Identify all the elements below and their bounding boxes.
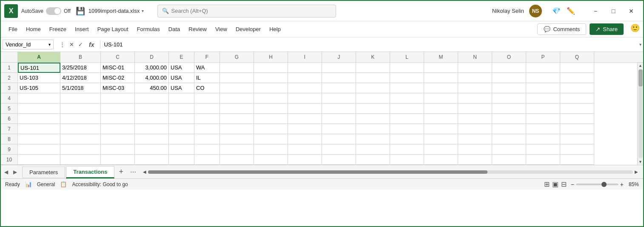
cell-j5[interactable] xyxy=(322,103,356,114)
cell-k4[interactable] xyxy=(356,93,390,103)
scroll-thumb[interactable] xyxy=(638,69,643,86)
formula-bar-dropdown-icon[interactable]: ▾ xyxy=(639,42,641,47)
cell-n10[interactable] xyxy=(458,155,492,165)
cell-j7[interactable] xyxy=(322,124,356,134)
cell-a2[interactable]: US-103 xyxy=(18,73,60,83)
cell-l5[interactable] xyxy=(390,103,424,114)
col-header-e[interactable]: E xyxy=(169,52,194,62)
menu-home[interactable]: Home xyxy=(22,23,45,35)
cell-i5[interactable] xyxy=(288,103,322,114)
col-header-l[interactable]: L xyxy=(390,52,424,62)
tab-more-button[interactable]: ⋯ xyxy=(130,169,136,175)
cell-d5[interactable] xyxy=(135,103,169,114)
cell-q8[interactable] xyxy=(560,134,594,144)
cell-o6[interactable] xyxy=(492,114,526,124)
row-num-7[interactable]: 7 xyxy=(1,124,17,134)
col-header-p[interactable]: P xyxy=(526,52,560,62)
col-header-a[interactable]: A xyxy=(18,52,60,62)
cell-i10[interactable] xyxy=(288,155,322,165)
col-header-c[interactable]: C xyxy=(101,52,135,62)
cell-d6[interactable] xyxy=(135,114,169,124)
cell-d4[interactable] xyxy=(135,93,169,103)
cell-a1[interactable]: US-101 xyxy=(18,63,60,73)
cell-f1[interactable]: WA xyxy=(194,63,220,73)
cell-i8[interactable] xyxy=(288,134,322,144)
cell-g1[interactable] xyxy=(220,63,254,73)
cell-e1[interactable]: USA xyxy=(169,63,194,73)
cell-d1[interactable]: 3,000.00 xyxy=(135,63,169,73)
cell-b7[interactable] xyxy=(60,124,101,134)
cell-l8[interactable] xyxy=(390,134,424,144)
cell-a8[interactable] xyxy=(18,134,60,144)
col-header-j[interactable]: J xyxy=(322,52,356,62)
tab-nav-left[interactable]: ◀ xyxy=(3,168,10,176)
h-scroll-track[interactable] xyxy=(148,170,633,174)
cell-b6[interactable] xyxy=(60,114,101,124)
cell-a5[interactable] xyxy=(18,103,60,114)
cell-p5[interactable] xyxy=(526,103,560,114)
cell-g5[interactable] xyxy=(220,103,254,114)
cell-p9[interactable] xyxy=(526,144,560,155)
cell-n8[interactable] xyxy=(458,134,492,144)
cell-h9[interactable] xyxy=(254,144,288,155)
cell-d10[interactable] xyxy=(135,155,169,165)
col-header-i[interactable]: I xyxy=(288,52,322,62)
search-bar[interactable]: 🔍 xyxy=(157,5,336,17)
cell-j2[interactable] xyxy=(322,73,356,83)
cell-m8[interactable] xyxy=(424,134,458,144)
cell-n6[interactable] xyxy=(458,114,492,124)
cell-p10[interactable] xyxy=(526,155,560,165)
cell-a3[interactable]: US-105 xyxy=(18,83,60,93)
cell-l3[interactable] xyxy=(390,83,424,93)
cell-g4[interactable] xyxy=(220,93,254,103)
cell-b5[interactable] xyxy=(60,103,101,114)
cell-i4[interactable] xyxy=(288,93,322,103)
cell-a4[interactable] xyxy=(18,93,60,103)
cell-p2[interactable] xyxy=(526,73,560,83)
cell-l6[interactable] xyxy=(390,114,424,124)
cell-b8[interactable] xyxy=(60,134,101,144)
cell-p7[interactable] xyxy=(526,124,560,134)
zoom-slider[interactable] xyxy=(576,184,618,185)
cell-l10[interactable] xyxy=(390,155,424,165)
menu-view[interactable]: View xyxy=(211,23,231,35)
cell-n3[interactable] xyxy=(458,83,492,93)
col-header-n[interactable]: N xyxy=(458,52,492,62)
cell-f3[interactable]: CO xyxy=(194,83,220,93)
cell-k9[interactable] xyxy=(356,144,390,155)
cell-n9[interactable] xyxy=(458,144,492,155)
cell-l1[interactable] xyxy=(390,63,424,73)
search-input[interactable] xyxy=(171,8,331,14)
row-num-8[interactable]: 8 xyxy=(1,134,17,144)
row-num-9[interactable]: 9 xyxy=(1,144,17,155)
cell-l2[interactable] xyxy=(390,73,424,83)
name-box[interactable]: Vendor_Id ▾ xyxy=(3,40,54,49)
menu-formulas[interactable]: Formulas xyxy=(133,23,164,35)
comments-button[interactable]: 💬 Comments xyxy=(537,23,586,35)
cell-c9[interactable] xyxy=(101,144,135,155)
cell-c4[interactable] xyxy=(101,93,135,103)
cell-o5[interactable] xyxy=(492,103,526,114)
cell-q1[interactable] xyxy=(560,63,594,73)
filename-dropdown-icon[interactable]: ▾ xyxy=(142,9,144,13)
cell-e5[interactable] xyxy=(169,103,194,114)
menu-page-layout[interactable]: Page Layout xyxy=(93,23,133,35)
row-num-5[interactable]: 5 xyxy=(1,103,17,114)
fx-icon[interactable]: fx xyxy=(85,41,97,48)
name-box-dropdown-icon[interactable]: ▾ xyxy=(48,42,51,47)
cell-c3[interactable]: MISC-03 xyxy=(101,83,135,93)
h-scroll-left-button[interactable]: ◀ xyxy=(143,170,146,174)
cancel-icon[interactable]: ✕ xyxy=(68,40,76,49)
menu-data[interactable]: Data xyxy=(164,23,184,35)
cell-q9[interactable] xyxy=(560,144,594,155)
cell-o1[interactable] xyxy=(492,63,526,73)
cell-c7[interactable] xyxy=(101,124,135,134)
cell-i3[interactable] xyxy=(288,83,322,93)
cell-j10[interactable] xyxy=(322,155,356,165)
cell-c2[interactable]: MISC-02 xyxy=(101,73,135,83)
cell-m6[interactable] xyxy=(424,114,458,124)
menu-developer[interactable]: Developer xyxy=(231,23,265,35)
add-sheet-button[interactable]: + xyxy=(115,167,127,176)
scroll-down-button[interactable]: ▼ xyxy=(638,159,644,165)
tab-parameters[interactable]: Parameters xyxy=(22,167,65,178)
